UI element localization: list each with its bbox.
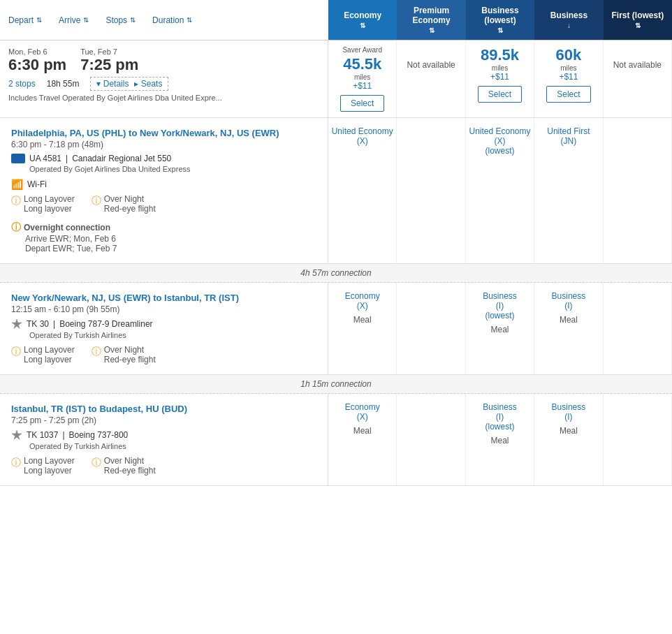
seg2-warning-1-title: Long Layover xyxy=(24,345,75,355)
seg1-flight-number: UA 4581 xyxy=(29,154,61,163)
biz-lowest-miles-label: miles xyxy=(492,64,508,72)
seg2-biz-name: Business(I) xyxy=(537,291,599,311)
fare-header-economy: Economy ⇅ xyxy=(328,0,397,40)
fare-economy-arrows: ⇅ xyxy=(360,22,365,29)
seg3-biz-lowest-meal: Meal xyxy=(469,436,531,445)
seg1-warning-1-title: Long Layover xyxy=(24,194,75,204)
seg3-warning-1: ⓘ Long Layover Long layover xyxy=(11,456,75,476)
sort-depart[interactable]: Depart ⇅ xyxy=(8,15,42,25)
sort-stops-arrows: ⇅ xyxy=(130,16,136,24)
sort-duration-label: Duration xyxy=(152,15,184,25)
fare-price-economy: Saver Award 45.5k miles +$11 Select xyxy=(328,40,397,117)
seg1-separator: | xyxy=(66,154,68,163)
seg1-fare-first xyxy=(604,118,672,263)
economy-select-btn[interactable]: Select xyxy=(340,95,384,112)
seg1-flight: UA 4581 | Canadair Regional Jet 550 xyxy=(11,154,316,163)
biz-select-btn[interactable]: Select xyxy=(546,86,590,103)
seg2-fare-cols: Economy(X) Meal Business(I)(lowest) Meal… xyxy=(328,283,672,374)
sort-arrive[interactable]: Arrive ⇅ xyxy=(59,15,89,25)
seg2-economy-name: Economy(X) xyxy=(331,291,393,311)
seg3-biz-name: Business(I) xyxy=(537,402,599,422)
segment-1: Philadelphia, PA, US (PHL) to New York/N… xyxy=(0,118,672,264)
biz-lowest-select-btn[interactable]: Select xyxy=(478,86,522,103)
connection-2: 1h 15m connection xyxy=(0,375,672,394)
seg3-fare-economy: Economy(X) Meal xyxy=(328,394,397,485)
connection-2-label: 1h 15m connection xyxy=(300,379,371,389)
seg3-fare-biz: Business(I) Meal xyxy=(534,394,603,485)
seg3-flight-number: TK 1037 xyxy=(27,430,58,440)
warning-icon-2: ⓘ xyxy=(92,195,101,207)
seg1-aircraft: Canadair Regional Jet 550 xyxy=(72,154,171,163)
fare-biz-label: Business xyxy=(550,10,587,20)
seg3-warnings: ⓘ Long Layover Long layover ⓘ Over Night… xyxy=(11,456,316,476)
fare-first-arrows: ⇅ xyxy=(635,22,641,29)
seg1-warning-2: ⓘ Over Night Red-eye flight xyxy=(92,194,156,214)
details-link[interactable]: ▾ Details xyxy=(96,79,129,89)
sort-columns: Depart ⇅ Arrive ⇅ Stops ⇅ Duration ⇅ xyxy=(0,0,328,40)
seg1-fare-cols: United Economy(X) United Economy(X)(lowe… xyxy=(328,118,672,263)
connection-1-label: 4h 57m connection xyxy=(300,268,371,278)
seg1-fare-economy: United Economy(X) xyxy=(328,118,397,263)
sort-arrive-arrows: ⇅ xyxy=(83,16,89,24)
seg2-biz-meal: Meal xyxy=(537,315,599,325)
fare-header-premium-economy: Premium Economy ⇅ xyxy=(397,0,465,40)
seg3-operated-by: Operated By Turkish Airlines xyxy=(29,442,316,450)
svg-marker-0 xyxy=(12,319,22,329)
biz-price: +$11 xyxy=(559,72,578,82)
fare-header-business: Business ↓ xyxy=(534,0,603,40)
sort-depart-arrows: ⇅ xyxy=(36,16,42,24)
segment-3-info: Istanbul, TR (IST) to Budapest, HU (BUD)… xyxy=(0,394,328,485)
seg1-warning-2-title: Over Night xyxy=(104,194,156,204)
seg1-wifi-label: Wi-Fi xyxy=(27,179,47,189)
seg1-overnight-title: ⓘ Overnight connection xyxy=(11,221,316,234)
fare-biz-arrows: ↓ xyxy=(567,22,571,29)
seg1-warning-1-subtitle: Long layover xyxy=(24,204,75,214)
seg2-fare-premium xyxy=(397,283,465,374)
sort-arrive-label: Arrive xyxy=(59,15,80,25)
seg1-fare-biz-lowest: United Economy(X)(lowest) xyxy=(466,118,534,263)
fare-biz-lowest-label: Business (lowest) xyxy=(469,6,532,25)
seg3-warning-icon-1: ⓘ xyxy=(11,457,21,469)
wifi-icon: 📶 xyxy=(11,179,23,190)
seg2-flight: TK 30 | Boeing 787-9 Dreamliner xyxy=(11,318,316,330)
segment-2-info: New York/Newark, NJ, US (EWR) to Istanbu… xyxy=(0,283,328,374)
seg2-route: New York/Newark, NJ, US (EWR) to Istanbu… xyxy=(11,293,316,303)
ua-airline-icon xyxy=(11,154,25,163)
fare-header-first-lowest: First (lowest) ⇅ xyxy=(604,0,672,40)
seg2-warnings: ⓘ Long Layover Long layover ⓘ Over Night… xyxy=(11,345,316,364)
fare-price-biz-lowest: 89.5k miles +$11 Select xyxy=(466,40,534,117)
seg2-warning-2-subtitle: Red-eye flight xyxy=(104,355,156,364)
star-alliance-icon xyxy=(11,318,22,330)
sort-stops-label: Stops xyxy=(105,15,127,25)
seg3-warning-2-title: Over Night xyxy=(104,456,156,466)
seg3-biz-lowest-name: Business(I)(lowest) xyxy=(469,402,531,432)
seg2-times: 12:15 am - 6:10 pm (9h 55m) xyxy=(11,304,316,314)
seg3-aircraft: Boeing 737-800 xyxy=(69,430,129,440)
segment-1-info: Philadelphia, PA, US (PHL) to New York/N… xyxy=(0,118,328,263)
sort-depart-label: Depart xyxy=(8,15,34,25)
includes-text: Includes Travel Operated By Gojet Airlin… xyxy=(8,94,319,102)
biz-lowest-miles: 89.5k xyxy=(481,46,519,64)
seg3-fare-biz-lowest: Business(I)(lowest) Meal xyxy=(466,394,534,485)
star-alliance-icon-2 xyxy=(11,429,22,441)
sort-stops[interactable]: Stops ⇅ xyxy=(105,15,136,25)
seats-link[interactable]: ▸ Seats xyxy=(134,79,162,89)
depart-date: Mon, Feb 6 xyxy=(8,47,66,56)
overnight-icon: ⓘ xyxy=(11,221,21,234)
seg3-warning-2: ⓘ Over Night Red-eye flight xyxy=(92,456,156,476)
seg1-overnight-line2: Depart EWR; Tue, Feb 7 xyxy=(25,244,316,253)
premium-not-available: Not available xyxy=(404,46,458,84)
flight-meta: 2 stops 18h 55m ▾ Details ▸ Seats xyxy=(8,77,319,91)
arrive-date: Tue, Feb 7 xyxy=(80,47,138,56)
economy-miles: 45.5k xyxy=(343,55,381,73)
seg2-fare-first xyxy=(604,283,672,374)
seg2-warning-icon-2: ⓘ xyxy=(92,346,101,358)
seg1-times: 6:30 pm - 7:18 pm (48m) xyxy=(11,140,316,149)
seg3-warning-1-subtitle: Long layover xyxy=(24,466,75,476)
sort-duration-arrows: ⇅ xyxy=(187,16,192,24)
warning-icon-1: ⓘ xyxy=(11,195,21,207)
seg3-flight: TK 1037 | Boeing 737-800 xyxy=(11,429,316,441)
seg2-warning-1-subtitle: Long layover xyxy=(24,355,75,364)
flight-summary-row: Mon, Feb 6 6:30 pm Tue, Feb 7 7:25 pm 2 … xyxy=(0,40,672,118)
sort-duration[interactable]: Duration ⇅ xyxy=(152,15,192,25)
